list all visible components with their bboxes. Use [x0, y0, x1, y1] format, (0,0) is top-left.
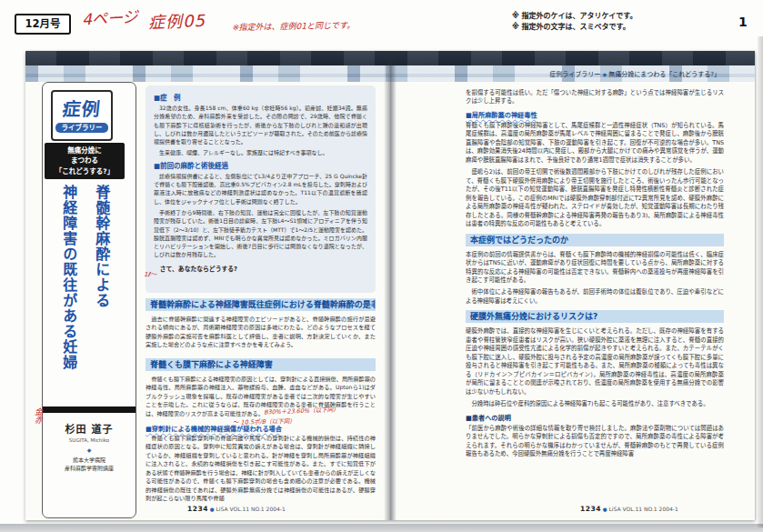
section-heading-band: 硬膜外無痛分娩におけるリスクは?: [466, 310, 724, 323]
running-head-series: 症例ライブラリー: [549, 71, 600, 78]
case-paragraph: 生来健康、喫煙、アレルギーなし。家族歴には特記すべき事項なし。: [154, 148, 367, 156]
printer-notes: ※ 指定外のケイは、アタリケイです。 ※ 指定外の文字は、スミベタです。: [512, 11, 637, 34]
running-head: 症例ライブラリー ◆ 無痛分娩にまつわる「これどうする?」: [549, 69, 720, 78]
case-library-logo: 症例 ライブラリー: [51, 90, 113, 141]
article-title-column-2: 神経障害の既往がある妊婦: [61, 185, 76, 370]
case-paragraph: 32歳の女性。身長158 cm、体重60 kg（非妊時56 kg）。初産婦、妊娠…: [154, 104, 367, 146]
series-title-box: 無痛分娩に まつわる 「これどうする?」: [45, 143, 125, 179]
folio-number: 1234: [187, 505, 208, 513]
affiliation-line: 熊本大学病院: [73, 457, 105, 463]
case-heading: ■前回の麻酔と術後経過: [154, 160, 367, 170]
handwritten-underline-note: 〜 10.5ポ/B（以下同）: [233, 416, 296, 426]
folio-number: 1234: [580, 505, 601, 513]
affiliation-line: 産科麻酔学寄附講座: [65, 465, 114, 471]
scan-edge-bottom: [0, 524, 763, 532]
journal-issue-label: LiSA VOL.11 NO.1 2004-1: [609, 506, 678, 512]
author-name: 杉田 道子: [43, 421, 136, 436]
body-paragraph: 分娩時は砕石位や産科的原因による神経障害7)も起こる可能性があり、注意すべきであ…: [466, 400, 724, 408]
article-title-column-1: 脊髄幹麻酔による: [94, 185, 109, 308]
handwritten-page-count: 4ページ: [81, 4, 138, 29]
printer-note-2: ※ 指定外の文字は、スミベタです。: [512, 22, 637, 33]
handwritten-margin-note: 金赤: [33, 407, 45, 424]
diamond-icon: ◆: [602, 71, 607, 77]
right-page-column: を損傷する可能性は低い。ただ「傷ついた神経に対する麻酔」という点では神経障害が生…: [466, 89, 724, 462]
running-head-topic: 無痛分娩にまつわる「これどうする?」: [608, 71, 720, 78]
section-heading-band: 脊髄幹麻酔による神経障害既往症例における脊髄幹麻酔の是非: [146, 298, 376, 311]
case-summary-panel: ■症 例 32歳の女性。身長158 cm、体重60 kg（非妊時56 kg）。初…: [146, 85, 376, 293]
series-line: 「これどうする?」: [45, 166, 125, 176]
body-paragraph: 脊髄くも膜下麻酔後の神経障害として、馬尾症候群と一過性神経症状（TNS）が知られ…: [466, 122, 724, 165]
diamond-icon: ◆: [43, 447, 136, 453]
case-paragraph: 手術終了から9時間後、右下肢の知覚、運動は完全に回復したが、左下肢の知覚運動障害…: [154, 208, 367, 259]
case-question: さて、あなたならどうする?: [154, 264, 367, 273]
journal-bullet-icon: ●: [210, 507, 215, 512]
magazine-spread: 症例ライブラリー ◆ 無痛分娩にまつわる「これどうする?」 症例 ライブラリー …: [25, 51, 755, 520]
left-page-footer: 1234 ● LiSA VOL.11 NO.1 2004-1: [187, 505, 286, 513]
author-affiliation: 熊本大学病院 産科麻酔学寄附講座: [43, 456, 136, 472]
body-paragraph: 脊髄くも膜下麻酔穿刺中の脊髄円錐や馬尾への穿刺針による機械的損傷は、持続性の神経…: [146, 434, 376, 503]
body-paragraph: 「前医から麻酔や術後の詳細な情報を取り寄せ検討しました。麻酔法や薬剤物については…: [466, 425, 724, 459]
body-paragraph: を損傷する可能性は低い。ただ「傷ついた神経に対する麻酔」という点では神経障害が生…: [466, 89, 724, 106]
sheet-page-number: 1: [738, 15, 748, 29]
page-gutter-shadow: [384, 51, 397, 520]
section-heading-band: 脊髄くも膜下麻酔による神経障害: [146, 358, 376, 371]
issue-label: 12月号: [15, 14, 71, 35]
series-line: 無痛分娩に: [45, 146, 125, 156]
subsection-heading: ■患者への説明: [466, 413, 724, 422]
journal-issue-label: LiSA VOL.11 NO.1 2004-1: [216, 506, 286, 512]
body-paragraph: 本症例の前回の情報提供書からは、脊髄くも膜下麻酔時の機械的神経損傷の可能性は低く…: [466, 251, 724, 286]
body-paragraph: 硬膜外麻酔では、直接的な神経障害を生じにくいと考えられる。ただし、既存の神経障害…: [466, 327, 724, 396]
body-paragraph: 過去に脊髄幹麻酔に関連する神経障害のエピソードがあると、脊髄幹麻酔の施行が忌避さ…: [146, 315, 376, 355]
handwritten-spacing-note: 1ℓ〜: [144, 269, 156, 278]
logo-text: 症例: [51, 95, 112, 121]
journal-bullet-icon: ●: [603, 507, 607, 512]
subsection-heading: ■局所麻酔薬の神経毒性: [466, 110, 724, 119]
author-romaji: SUGITA, Michiko: [43, 437, 136, 443]
logo-subtext: ライブラリー: [55, 123, 108, 133]
author-block: 杉田 道子 SUGITA, Michiko ◆ 熊本大学病院 産科麻酔学寄附講座: [43, 421, 136, 472]
case-heading: ■症 例: [154, 92, 367, 102]
case-paragraph: 診療情報提供書によると、左側臥位にてL3/4より正中アプローチ、25 G Qui…: [154, 172, 367, 206]
series-line: まつわる: [45, 156, 125, 166]
body-paragraph: 脊髄くも膜下麻酔による神経障害の原因としては、穿刺針による直接損傷、局所麻酔薬の…: [146, 375, 376, 422]
printer-note-1: ※ 指定外のケイは、アタリケイです。: [512, 11, 637, 22]
handwritten-case-number: 症例05: [148, 7, 206, 33]
series-sidebar: 症例 ライブラリー 無痛分娩に まつわる 「これどうする?」 脊髄幹麻酔による …: [42, 82, 136, 518]
body-paragraph: 盛嶋ら2)は、前回の帝王切開で術後数週間殿部から下肢にかけてのしびれが残存した症…: [466, 168, 724, 228]
body-paragraph: 術中体位による神経障害の報告もあるが、前回手術時の体位は腹臥位であり、圧迫や牽引…: [466, 288, 724, 306]
scan-edge-right: [758, 36, 763, 527]
handwritten-instruction: ※指定外は、症例01と同じです。: [232, 19, 355, 33]
section-heading-band: 本症例ではどうだったのか: [466, 234, 724, 246]
right-page-footer: 1234 ● LiSA VOL.11 NO.1 2004-1: [580, 505, 678, 513]
sidebar-divider: [43, 407, 136, 413]
